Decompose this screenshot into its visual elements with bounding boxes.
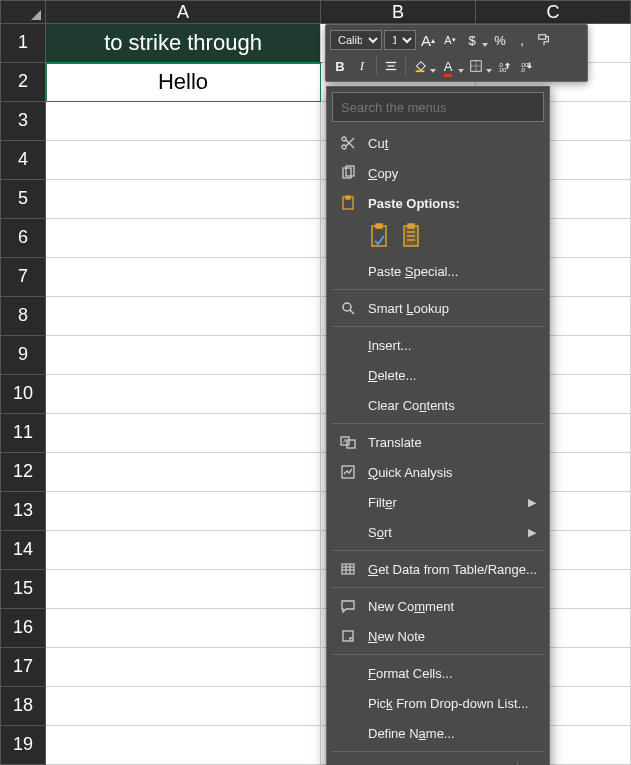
dropdown-icon[interactable] [486, 63, 492, 69]
paste-values-button[interactable] [400, 222, 424, 250]
sort-menuitem[interactable]: Sort▶ [332, 517, 544, 547]
font-name-select[interactable]: Calibri [330, 30, 382, 50]
col-header-A[interactable]: A [46, 0, 321, 24]
dropdown-icon[interactable] [458, 63, 464, 69]
insert-menuitem[interactable]: Insert... [332, 330, 544, 360]
menu-label: Paste Options: [368, 196, 460, 211]
smart-lookup-menuitem[interactable]: Smart Lookup [332, 293, 544, 323]
col-header-B[interactable]: B [321, 0, 476, 24]
cell[interactable] [46, 141, 321, 180]
font-size-select[interactable]: 11 [384, 30, 416, 50]
cell[interactable] [46, 726, 321, 765]
menu-search-input[interactable] [332, 92, 544, 122]
cell[interactable] [46, 492, 321, 531]
bold-button[interactable]: B [330, 56, 350, 76]
cell[interactable] [46, 258, 321, 297]
percent-format-button[interactable]: % [490, 30, 510, 50]
chevron-right-icon: ▶ [528, 496, 536, 509]
row-header-15[interactable]: 15 [0, 570, 46, 609]
increase-decimal-button[interactable]: .0.00 [494, 56, 514, 76]
menu-label: New Comment [368, 599, 454, 614]
context-menu: Cut Copy Paste Options: Paste Special...… [326, 86, 550, 765]
quick-analysis-icon [338, 462, 358, 482]
define-name-menuitem[interactable]: Define Name... [332, 718, 544, 748]
pick-dropdown-menuitem[interactable]: Pick From Drop-down List... [332, 688, 544, 718]
row-header-16[interactable]: 16 [0, 609, 46, 648]
row-header-2[interactable]: 2 [0, 63, 46, 102]
cut-menuitem[interactable]: Cut [332, 128, 544, 158]
cell[interactable] [46, 570, 321, 609]
filter-menuitem[interactable]: Filter▶ [332, 487, 544, 517]
row-header-19[interactable]: 19 [0, 726, 46, 765]
menu-label: Insert... [368, 338, 411, 353]
cell[interactable] [46, 453, 321, 492]
format-cells-menuitem[interactable]: Format Cells... [332, 658, 544, 688]
align-center-button[interactable] [381, 56, 401, 76]
link-menuitem[interactable]: Link ▶ [332, 755, 544, 765]
italic-button[interactable]: I [352, 56, 372, 76]
col-header-C[interactable]: C [476, 0, 631, 24]
row-header-13[interactable]: 13 [0, 492, 46, 531]
clear-contents-menuitem[interactable]: Clear Contents [332, 390, 544, 420]
row-header-18[interactable]: 18 [0, 687, 46, 726]
new-note-menuitem[interactable]: New Note [332, 621, 544, 651]
row-header-4[interactable]: 4 [0, 141, 46, 180]
row-header-9[interactable]: 9 [0, 336, 46, 375]
cell[interactable] [46, 219, 321, 258]
menu-label: Paste Special... [368, 264, 458, 279]
currency-format-button[interactable]: $ [462, 30, 482, 50]
svg-text:A: A [343, 438, 347, 444]
format-painter-button[interactable] [534, 30, 554, 50]
cell[interactable] [46, 687, 321, 726]
borders-button[interactable] [466, 56, 486, 76]
font-color-button[interactable]: A [438, 56, 458, 76]
row-header-14[interactable]: 14 [0, 531, 46, 570]
row-header-11[interactable]: 11 [0, 414, 46, 453]
new-comment-menuitem[interactable]: New Comment [332, 591, 544, 621]
menu-label: Translate [368, 435, 422, 450]
cell[interactable] [46, 180, 321, 219]
svg-rect-0 [539, 35, 546, 39]
row-header-10[interactable]: 10 [0, 375, 46, 414]
svg-line-28 [350, 310, 354, 314]
cell-A1[interactable]: to strike through [46, 24, 321, 63]
quick-analysis-menuitem[interactable]: Quick Analysis [332, 457, 544, 487]
cell[interactable] [46, 648, 321, 687]
copy-menuitem[interactable]: Copy [332, 158, 544, 188]
row-header-7[interactable]: 7 [0, 258, 46, 297]
cell[interactable] [46, 375, 321, 414]
decrease-font-button[interactable]: A▾ [440, 30, 460, 50]
row-header-6[interactable]: 6 [0, 219, 46, 258]
comma-format-button[interactable]: , [512, 30, 532, 50]
row-header-3[interactable]: 3 [0, 102, 46, 141]
cell[interactable] [46, 297, 321, 336]
row-header-5[interactable]: 5 [0, 180, 46, 219]
get-data-menuitem[interactable]: Get Data from Table/Range... [332, 554, 544, 584]
increase-font-button[interactable]: A▴ [418, 30, 438, 50]
cell[interactable] [46, 336, 321, 375]
dropdown-icon[interactable] [430, 63, 436, 69]
translate-menuitem[interactable]: A Translate [332, 427, 544, 457]
cell-A2[interactable]: Hello [46, 63, 321, 102]
svg-rect-19 [346, 196, 350, 199]
paste-button[interactable] [368, 222, 392, 250]
translate-icon: A [338, 432, 358, 452]
fill-color-button[interactable] [410, 56, 430, 76]
row-header-12[interactable]: 12 [0, 453, 46, 492]
chevron-right-icon: ▶ [528, 526, 536, 539]
cell[interactable] [46, 609, 321, 648]
decrease-decimal-button[interactable]: .00.0 [516, 56, 536, 76]
delete-menuitem[interactable]: Delete... [332, 360, 544, 390]
row-header-1[interactable]: 1 [0, 24, 46, 63]
row-header-8[interactable]: 8 [0, 297, 46, 336]
cell-A3[interactable] [46, 102, 321, 141]
select-all-corner[interactable] [0, 0, 46, 24]
paste-special-menuitem[interactable]: Paste Special... [332, 256, 544, 286]
dropdown-icon[interactable] [482, 37, 488, 43]
cell[interactable] [46, 414, 321, 453]
menu-label: Filter [368, 495, 397, 510]
row-header-17[interactable]: 17 [0, 648, 46, 687]
cell[interactable] [46, 531, 321, 570]
menu-label: Copy [368, 166, 398, 181]
menu-label: Define Name... [368, 726, 455, 741]
